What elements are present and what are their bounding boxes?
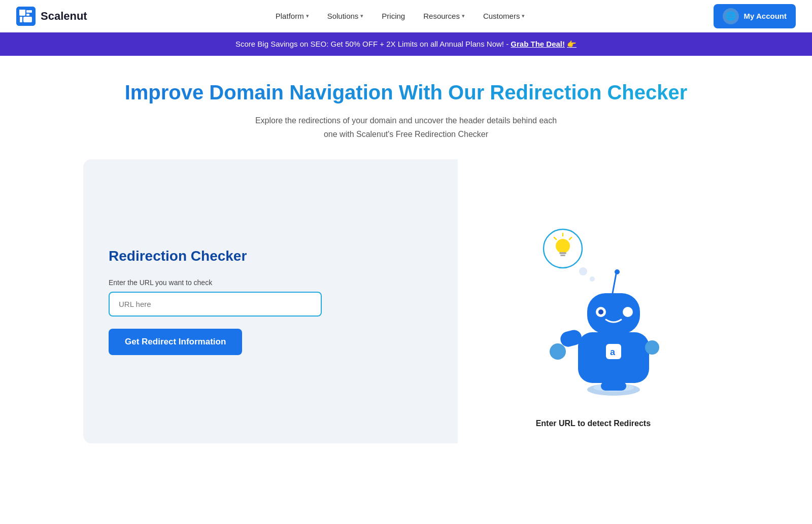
svg-line-15 — [613, 274, 616, 293]
nav-links: Platform ▾ Solutions ▾ Pricing Resources… — [268, 8, 532, 24]
promo-cta-link[interactable]: Grab The Deal!👉 — [511, 40, 577, 48]
nav-resources[interactable]: Resources ▾ — [416, 8, 472, 24]
url-input[interactable] — [109, 292, 322, 317]
svg-rect-4 — [20, 17, 22, 22]
chevron-icon: ▾ — [360, 13, 363, 19]
checker-title: Redirection Checker — [109, 248, 432, 264]
hero-section: Improve Domain Navigation With Our Redir… — [0, 56, 812, 159]
nav-platform[interactable]: Platform ▾ — [268, 8, 316, 24]
svg-point-7 — [556, 239, 570, 253]
nav-customers[interactable]: Customers ▾ — [476, 8, 532, 24]
hero-subtitle: Explore the redirections of your domain … — [254, 114, 558, 141]
nav-pricing[interactable]: Pricing — [375, 8, 412, 24]
left-panel: Redirection Checker Enter the URL you wa… — [83, 159, 458, 443]
svg-rect-1 — [20, 10, 25, 16]
right-panel: a Enter URL to detect Redirects — [458, 159, 729, 443]
svg-point-16 — [615, 269, 620, 274]
svg-point-14 — [590, 276, 595, 282]
logo-icon — [16, 7, 36, 26]
svg-point-19 — [598, 309, 603, 315]
svg-rect-30 — [601, 381, 626, 391]
svg-rect-11 — [559, 252, 566, 254]
nav-solutions[interactable]: Solutions ▾ — [320, 8, 371, 24]
svg-point-20 — [623, 307, 633, 317]
svg-point-25 — [550, 343, 566, 360]
svg-rect-2 — [26, 10, 32, 13]
svg-rect-12 — [560, 255, 565, 256]
svg-rect-0 — [16, 7, 36, 26]
navbar: Scalenut Platform ▾ Solutions ▾ Pricing … — [0, 0, 812, 32]
card-area: Redirection Checker Enter the URL you wa… — [71, 159, 741, 443]
input-label: Enter the URL you want to check — [109, 278, 432, 287]
hero-title: Improve Domain Navigation With Our Redir… — [10, 80, 802, 104]
promo-banner: Score Big Savings on SEO: Get 50% OFF + … — [0, 32, 812, 56]
chevron-icon: ▾ — [462, 13, 465, 19]
logo-text: Scalenut — [41, 10, 87, 23]
card-wrapper: Redirection Checker Enter the URL you wa… — [83, 159, 729, 443]
svg-point-27 — [645, 340, 659, 355]
svg-rect-5 — [23, 17, 32, 22]
avatar: 🌐 — [723, 8, 739, 24]
chevron-icon: ▾ — [306, 13, 309, 19]
robot-illustration: a — [468, 174, 719, 411]
my-account-button[interactable]: 🌐 My Account — [714, 4, 796, 28]
svg-text:a: a — [610, 347, 616, 357]
get-redirect-button[interactable]: Get Redirect Information — [109, 329, 242, 355]
svg-rect-3 — [26, 14, 29, 16]
robot-caption: Enter URL to detect Redirects — [536, 411, 651, 428]
logo[interactable]: Scalenut — [16, 7, 87, 26]
chevron-icon: ▾ — [522, 13, 525, 19]
svg-point-13 — [579, 267, 587, 275]
